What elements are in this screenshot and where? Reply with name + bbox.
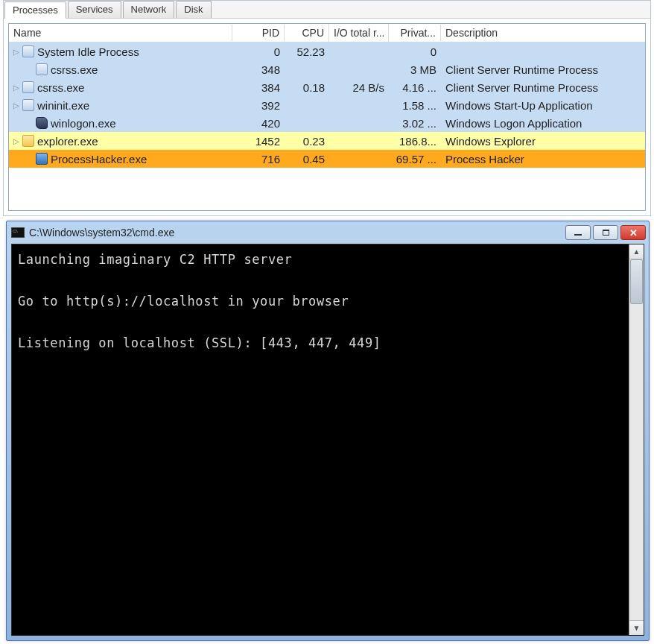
col-header-name[interactable]: Name bbox=[9, 25, 232, 41]
cell-private: 3.02 ... bbox=[389, 116, 441, 131]
process-icon bbox=[22, 99, 34, 111]
process-name: explorer.exe bbox=[37, 135, 98, 148]
cmd-icon bbox=[11, 227, 25, 238]
cell-cpu: 0.18 bbox=[285, 80, 329, 95]
cell-cpu: 0.45 bbox=[285, 151, 329, 167]
expander-icon[interactable]: ▷ bbox=[13, 83, 21, 92]
cell-cpu bbox=[285, 104, 329, 107]
cell-cpu bbox=[285, 121, 329, 124]
tab-processes[interactable]: Processes bbox=[4, 1, 66, 19]
cell-io: 24 B/s bbox=[329, 80, 389, 95]
col-header-io[interactable]: I/O total r... bbox=[329, 25, 389, 41]
cell-cpu: 52.23 bbox=[285, 44, 329, 60]
cell-private: 3 MB bbox=[389, 62, 441, 78]
cell-pid: 0 bbox=[232, 44, 285, 60]
col-header-pid[interactable]: PID bbox=[232, 25, 285, 41]
table-row[interactable]: ProcessHacker.exe7160.4569.57 ...Process… bbox=[9, 150, 645, 168]
cell-pid: 348 bbox=[232, 62, 285, 78]
maximize-button[interactable] bbox=[593, 225, 618, 240]
cell-pid: 384 bbox=[232, 80, 285, 95]
cell-pid: 420 bbox=[232, 116, 285, 131]
table-row[interactable]: winlogon.exe4203.02 ...Windows Logon App… bbox=[9, 114, 645, 132]
process-name: System Idle Process bbox=[37, 45, 139, 58]
process-name: ProcessHacker.exe bbox=[51, 153, 147, 165]
cell-desc: Client Server Runtime Process bbox=[441, 62, 645, 78]
cell-cpu bbox=[285, 68, 329, 71]
tab-bar: Processes Services Network Disk bbox=[4, 1, 650, 19]
process-name: winlogon.exe bbox=[51, 117, 116, 130]
process-icon bbox=[36, 117, 48, 129]
process-list: Name PID CPU I/O total r... Privat... De… bbox=[8, 23, 646, 211]
cell-desc: Windows Explorer bbox=[441, 133, 645, 149]
table-row[interactable]: ▷wininit.exe3921.58 ...Windows Start-Up … bbox=[9, 96, 645, 114]
cell-desc: Client Server Runtime Process bbox=[441, 80, 645, 95]
process-icon bbox=[22, 135, 34, 147]
cell-pid: 392 bbox=[232, 98, 285, 113]
cmd-window: C:\Windows\system32\cmd.exe ✕ Launching … bbox=[6, 221, 650, 641]
cell-io bbox=[329, 104, 389, 107]
cell-io bbox=[329, 121, 389, 124]
cell-desc: Process Hacker bbox=[441, 151, 645, 167]
process-hacker-window: Processes Services Network Disk Name PID… bbox=[3, 0, 651, 216]
cell-private: 1.58 ... bbox=[389, 98, 441, 113]
tab-services[interactable]: Services bbox=[68, 1, 121, 18]
tab-disk[interactable]: Disk bbox=[176, 1, 211, 18]
cell-io bbox=[329, 139, 389, 142]
close-button[interactable]: ✕ bbox=[620, 225, 646, 240]
table-row[interactable]: ▷csrss.exe3840.1824 B/s4.16 ...Client Se… bbox=[9, 78, 645, 96]
expander-icon[interactable]: ▷ bbox=[13, 101, 21, 110]
cmd-titlebar[interactable]: C:\Windows\system32\cmd.exe ✕ bbox=[7, 221, 649, 244]
process-name: wininit.exe bbox=[37, 99, 89, 112]
cmd-scrollbar[interactable]: ▲ ▼ bbox=[629, 244, 644, 635]
minimize-button[interactable] bbox=[565, 225, 591, 240]
process-icon bbox=[22, 45, 34, 57]
col-header-desc[interactable]: Description bbox=[441, 25, 645, 41]
table-row[interactable]: ▷System Idle Process052.230 bbox=[9, 42, 645, 60]
cell-io bbox=[329, 157, 389, 160]
scroll-up-arrow-icon[interactable]: ▲ bbox=[629, 244, 644, 259]
scroll-thumb[interactable] bbox=[630, 259, 643, 304]
process-name: csrss.exe bbox=[51, 63, 98, 76]
process-icon bbox=[22, 81, 34, 93]
cmd-body: Launching imaginary C2 HTTP server Go to… bbox=[11, 244, 644, 636]
cell-private: 69.57 ... bbox=[389, 151, 441, 167]
process-icon bbox=[36, 63, 48, 75]
scroll-down-arrow-icon[interactable]: ▼ bbox=[629, 620, 644, 635]
cmd-output[interactable]: Launching imaginary C2 HTTP server Go to… bbox=[12, 244, 629, 635]
process-icon bbox=[36, 153, 48, 165]
table-row[interactable]: ▷explorer.exe14520.23186.8...Windows Exp… bbox=[9, 132, 645, 150]
expander-icon[interactable]: ▷ bbox=[13, 137, 21, 145]
cell-desc: Windows Logon Application bbox=[441, 116, 645, 131]
col-header-cpu[interactable]: CPU bbox=[285, 25, 329, 41]
window-controls: ✕ bbox=[565, 225, 646, 240]
tab-network[interactable]: Network bbox=[123, 1, 175, 18]
cell-io bbox=[329, 68, 389, 71]
cell-desc bbox=[441, 50, 645, 53]
col-header-private[interactable]: Privat... bbox=[389, 25, 441, 41]
table-row[interactable]: csrss.exe3483 MBClient Server Runtime Pr… bbox=[9, 60, 645, 78]
column-headers: Name PID CPU I/O total r... Privat... De… bbox=[9, 24, 645, 42]
scroll-track[interactable] bbox=[629, 259, 644, 620]
cell-desc: Windows Start-Up Application bbox=[441, 98, 645, 113]
cmd-title: C:\Windows\system32\cmd.exe bbox=[29, 227, 565, 239]
cell-private: 4.16 ... bbox=[389, 80, 441, 95]
cell-cpu: 0.23 bbox=[285, 133, 329, 149]
cell-private: 0 bbox=[389, 44, 441, 60]
cell-private: 186.8... bbox=[389, 133, 441, 149]
cell-io bbox=[329, 50, 389, 53]
process-name: csrss.exe bbox=[37, 81, 84, 94]
cell-pid: 1452 bbox=[232, 133, 285, 149]
cell-pid: 716 bbox=[232, 151, 285, 167]
expander-icon[interactable]: ▷ bbox=[13, 48, 21, 56]
